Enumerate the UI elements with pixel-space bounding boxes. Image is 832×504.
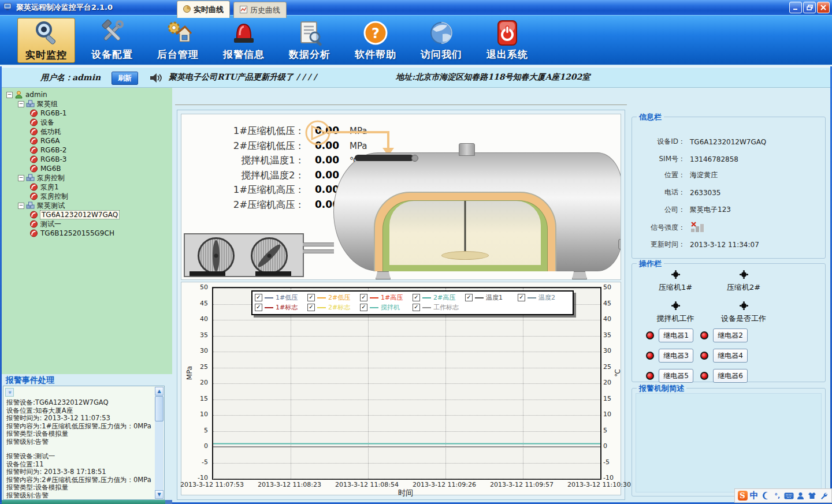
scroll-thumb[interactable] — [155, 396, 164, 421]
tree-item-label: 设备 — [40, 118, 54, 128]
sogou-logo-icon[interactable]: S — [737, 491, 748, 501]
legend-checkbox[interactable]: ✓ — [307, 304, 315, 311]
tree-item-7[interactable]: RG6B-3 — [2, 155, 172, 164]
alarm-entry-1: 报警设备:测试一设备位置:11报警时间为: 2013-3-8 17:18:51报… — [6, 453, 154, 499]
tree-item-2[interactable]: RG6B-1 — [2, 109, 172, 118]
tree-item-label: MG6B — [40, 165, 61, 173]
tree-item-15[interactable]: TG6B12520155G9CH — [2, 229, 172, 238]
measurement-value: 0.00 — [304, 154, 350, 166]
legend-label: 1#标志 — [276, 303, 298, 312]
tree-item-label: TG6B12520155G9CH — [40, 229, 114, 237]
legend-checkbox[interactable]: ✓ — [255, 294, 262, 301]
wrench-icon[interactable] — [819, 491, 829, 501]
tree-item-5[interactable]: RG6A — [2, 136, 172, 145]
legend-checkbox[interactable]: ✓ — [307, 294, 315, 301]
user-icon[interactable] — [796, 491, 806, 501]
group-icon — [26, 201, 35, 210]
legend-entry-搅拌机: ✓搅拌机 — [360, 303, 413, 312]
punctuation-icon[interactable]: °, — [772, 491, 782, 501]
toolbar-button-magnifier[interactable]: 实时监控 — [17, 18, 75, 63]
y-axis-tick-label: -5 — [188, 458, 208, 466]
tank-hatch-knob — [411, 155, 418, 162]
legend-checkbox[interactable]: ✓ — [413, 294, 420, 301]
tree-item-10[interactable]: 泵房1 — [2, 182, 172, 192]
chart-plot-area[interactable]: ✓1#低压✓2#低压✓1#高压✓2#高压✓温度1✓温度2✓1#标志✓2#标志✓搅… — [212, 287, 601, 480]
scroll-up-arrow[interactable]: ▲ — [155, 387, 164, 395]
restore-button[interactable] — [803, 2, 816, 13]
relay-button-6[interactable]: 继电器6 — [713, 369, 748, 383]
toolbar-button-report[interactable]: 数据分析 — [281, 18, 339, 63]
y-axis-tick-label: 0 — [603, 442, 623, 450]
tree-item-4[interactable]: 低功耗 — [2, 127, 172, 136]
marquee-text: 聚英电子公司RTU产品更新升级了 / / / / — [169, 72, 317, 83]
toolbar-button-gear-house[interactable]: 后台管理 — [149, 18, 207, 63]
relay-button-5[interactable]: 继电器5 — [659, 369, 693, 383]
toolbar-button-globe[interactable]: 访问我们 — [413, 18, 470, 63]
tree-item-label: RG6B-3 — [40, 155, 66, 163]
tab-realtime-curve[interactable]: 实时曲线 — [177, 1, 230, 18]
tree-item-9[interactable]: −泵房控制 — [2, 173, 172, 182]
toolbar-button-siren[interactable]: 报警信息 — [215, 18, 273, 63]
legend-checkbox[interactable]: ✓ — [518, 294, 525, 301]
tree-item-0[interactable]: −admin — [2, 90, 172, 99]
collapse-toggle-icon[interactable]: − — [6, 92, 13, 98]
y-axis-tick-label: -5 — [603, 458, 623, 466]
relay-cell-6: 继电器6 — [700, 369, 748, 383]
indicator-dot — [741, 303, 746, 308]
indicator-压缩机2#: 压缩机2# — [706, 271, 781, 293]
toolbar-button-power[interactable]: 退出系统 — [478, 18, 536, 63]
tree-item-6[interactable]: RG6B-2 — [2, 145, 172, 155]
soft-keyboard-icon[interactable] — [784, 491, 794, 501]
toolbar-button-label: 退出系统 — [486, 48, 528, 61]
legend-entry-1#低压: ✓1#低压 — [255, 293, 307, 302]
tree-item-1[interactable]: −聚英组 — [2, 99, 172, 109]
relay-button-4[interactable]: 继电器4 — [713, 349, 748, 363]
collapse-toggle-icon[interactable]: − — [18, 101, 24, 107]
username-value: admin — [72, 73, 101, 82]
tree-item-13[interactable]: TG6A1232012W7GAQ — [2, 210, 172, 219]
tree-item-3[interactable]: 设备 — [2, 118, 172, 127]
info-row-0: 设备ID：TG6A1232012W7GAQ — [632, 137, 825, 147]
tree-item-8[interactable]: MG6B — [2, 164, 172, 173]
close-button[interactable] — [817, 2, 830, 13]
relay-button-3[interactable]: 继电器3 — [659, 349, 693, 363]
collapse-icon[interactable]: » — [5, 388, 14, 397]
relay-button-2[interactable]: 继电器2 — [713, 328, 748, 342]
toolbar-button-tools[interactable]: 设备配置 — [83, 18, 141, 63]
toolbar-button-label: 设备配置 — [91, 48, 133, 61]
tab-history-curve[interactable]: 历史曲线 — [233, 2, 287, 18]
y-axis-tick-label: 35 — [188, 331, 208, 339]
signal-strength-icon — [690, 221, 705, 234]
legend-checkbox[interactable]: ✓ — [465, 294, 473, 301]
tree-item-12[interactable]: −聚英测试 — [2, 201, 172, 210]
tree-item-14[interactable]: 测试一 — [2, 219, 172, 229]
collapse-toggle-icon[interactable]: − — [18, 175, 24, 181]
scroll-down-arrow[interactable]: ▼ — [155, 490, 164, 499]
moon-icon[interactable] — [760, 491, 771, 501]
chinese-mode-icon[interactable]: 中 — [749, 491, 759, 501]
toolbar-button-label: 数据分析 — [289, 48, 330, 61]
y-axis-tick-label: 30 — [603, 347, 623, 354]
measurement-row-1: 2#压缩机低压：0.00MPa — [186, 140, 384, 152]
user-bar: 用户名： admin 刷新 聚英电子公司RTU产品更新升级了 / / / / 地… — [0, 66, 832, 88]
legend-checkbox[interactable]: ✓ — [360, 294, 367, 301]
legend-checkbox[interactable]: ✓ — [413, 304, 420, 311]
indicator-dot — [673, 272, 678, 277]
condenser-pipe — [303, 249, 334, 253]
alarm-line: 报警内容为:1#压缩机低压报警,压力值为：0MPa — [6, 423, 154, 431]
relay-button-1[interactable]: 继电器1 — [659, 328, 693, 342]
alarm-line: 报警时间为: 2013-3-8 17:18:51 — [6, 468, 154, 476]
legend-checkbox[interactable]: ✓ — [255, 304, 262, 311]
tree-item-11[interactable]: 泵房控制 — [2, 192, 172, 201]
skin-icon[interactable] — [807, 491, 818, 501]
minimize-button[interactable] — [789, 2, 802, 13]
toolbar-button-help[interactable]: ?软件帮助 — [347, 18, 404, 63]
alarm-scrollbar[interactable]: ▲ ▼ — [155, 387, 164, 499]
legend-checkbox[interactable]: ✓ — [360, 304, 367, 311]
info-row-2: 位置：海淀黄庄 — [632, 170, 825, 180]
legend-swatch — [370, 307, 378, 308]
toolbar-button-label: 实时监控 — [25, 48, 67, 62]
y-gridline — [213, 479, 600, 479]
refresh-button[interactable]: 刷新 — [112, 72, 138, 85]
collapse-toggle-icon[interactable]: − — [18, 203, 24, 209]
